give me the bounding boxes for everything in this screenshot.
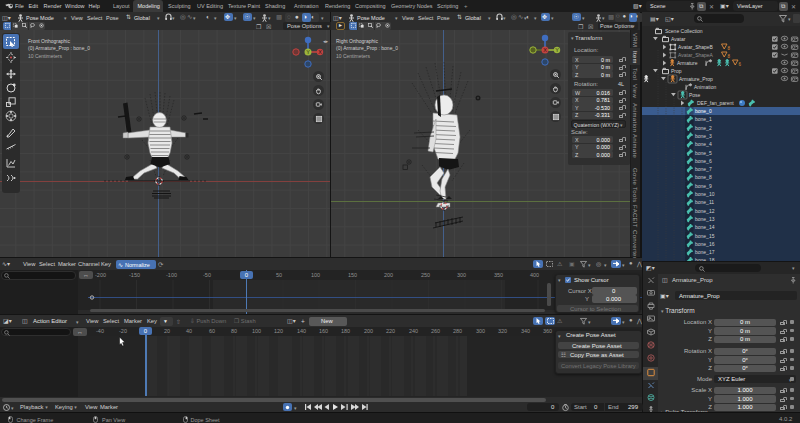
svg-text:6: 6 (739, 62, 742, 67)
svg-text:X: X (543, 47, 547, 53)
svg-text:X: X (318, 49, 322, 55)
svg-text:8: 8 (728, 46, 731, 51)
svg-text:Y: Y (555, 47, 559, 53)
svg-text:Y: Y (306, 49, 310, 55)
svg-text:8: 8 (728, 54, 731, 59)
